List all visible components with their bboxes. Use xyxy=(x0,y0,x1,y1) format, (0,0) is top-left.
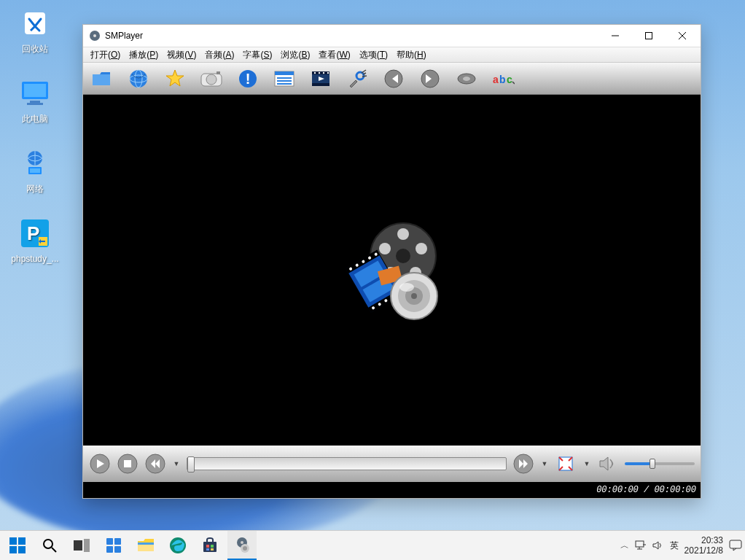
rewind-menu[interactable]: ▼ xyxy=(172,453,181,475)
svg-rect-76 xyxy=(124,460,131,467)
file-explorer-button[interactable] xyxy=(131,531,160,560)
start-button[interactable] xyxy=(3,531,32,560)
svg-text:b: b xyxy=(499,74,506,85)
tray-overflow-icon[interactable]: ︿ xyxy=(620,540,629,552)
play-button[interactable] xyxy=(89,453,111,475)
svg-text:a: a xyxy=(493,74,499,85)
smplayer-app-icon xyxy=(89,30,101,42)
svg-rect-99 xyxy=(211,548,214,551)
fullscreen-button[interactable] xyxy=(555,453,577,475)
smplayer-window: SMPlayer 打开(O) 播放(P) 视频(V) 音频(A) 字幕(S) 浏… xyxy=(82,24,701,499)
svg-rect-108 xyxy=(730,540,741,548)
svg-rect-95 xyxy=(203,542,217,552)
mute-button[interactable] xyxy=(597,453,619,475)
titlebar[interactable]: SMPlayer xyxy=(83,25,701,47)
menu-video[interactable]: 视频(V) xyxy=(163,47,200,63)
date-text: 2021/12/8 xyxy=(684,545,723,556)
system-tray: ︿ 英 20:33 2021/12/8 xyxy=(620,535,745,556)
store-button[interactable] xyxy=(195,531,225,560)
menu-options[interactable]: 选项(T) xyxy=(355,47,392,63)
forward-button[interactable] xyxy=(512,453,534,475)
svg-rect-104 xyxy=(636,541,644,547)
tool-screenshot[interactable] xyxy=(198,66,225,92)
svg-point-35 xyxy=(319,71,320,73)
menu-browse[interactable]: 浏览(B) xyxy=(276,47,314,63)
notifications-button[interactable] xyxy=(729,540,742,551)
desktop-icon-this-pc[interactable]: 此电脑 xyxy=(7,76,63,124)
volume-thumb[interactable] xyxy=(650,459,655,469)
toolbar: ! abc xyxy=(83,63,701,95)
fullscreen-menu[interactable]: ▼ xyxy=(582,453,591,475)
search-button[interactable] xyxy=(35,531,64,560)
taskbar-smplayer[interactable] xyxy=(227,531,257,560)
tool-open-url[interactable] xyxy=(125,66,152,92)
forward-menu[interactable]: ▼ xyxy=(540,453,549,475)
svg-point-22 xyxy=(206,74,217,85)
svg-rect-82 xyxy=(9,546,17,553)
svg-rect-23 xyxy=(217,71,220,74)
svg-rect-89 xyxy=(114,538,121,545)
desktop-icon-label: 此电脑 xyxy=(7,114,63,124)
svg-point-48 xyxy=(397,228,409,240)
tool-preferences[interactable] xyxy=(344,66,370,92)
svg-rect-14 xyxy=(646,33,652,39)
smplayer-logo xyxy=(334,216,450,325)
desktop-icon-label: phpstudy_... xyxy=(7,254,63,264)
seek-thumb[interactable] xyxy=(187,456,195,472)
ime-indicator[interactable]: 英 xyxy=(670,540,679,552)
svg-point-34 xyxy=(314,71,316,73)
menu-subtitle[interactable]: 字幕(S) xyxy=(238,47,276,63)
network-tray-icon[interactable] xyxy=(635,540,647,551)
desktop-icon-recycle-bin[interactable]: 回收站 xyxy=(7,6,63,54)
menu-help[interactable]: 帮助(H) xyxy=(392,47,431,63)
minimize-button[interactable] xyxy=(598,25,632,47)
seek-bar[interactable] xyxy=(187,457,507,470)
edge-button[interactable] xyxy=(163,531,192,560)
recycle-bin-icon xyxy=(17,6,52,41)
task-view-button[interactable] xyxy=(67,531,96,560)
tool-next[interactable] xyxy=(417,66,443,92)
menu-audio[interactable]: 音频(A) xyxy=(200,47,238,63)
rewind-button[interactable] xyxy=(144,453,166,475)
svg-rect-90 xyxy=(106,546,113,553)
svg-rect-4 xyxy=(27,103,43,105)
svg-rect-3 xyxy=(30,101,40,103)
menu-play[interactable]: 播放(P) xyxy=(125,47,163,63)
svg-rect-0 xyxy=(25,12,45,34)
sound-tray-icon[interactable] xyxy=(652,540,664,551)
svg-point-101 xyxy=(241,541,243,544)
menu-open[interactable]: 打开(O) xyxy=(86,47,125,63)
svg-rect-88 xyxy=(106,538,113,545)
desktop-icon-network[interactable]: 网络 xyxy=(7,146,63,194)
svg-rect-80 xyxy=(9,537,17,545)
svg-rect-93 xyxy=(138,542,154,545)
svg-point-18 xyxy=(130,70,147,88)
svg-rect-91 xyxy=(114,546,121,553)
tool-playlist[interactable] xyxy=(271,66,297,92)
video-area[interactable] xyxy=(83,95,701,446)
tool-video-settings[interactable] xyxy=(308,66,334,92)
volume-slider[interactable] xyxy=(625,459,695,469)
svg-point-38 xyxy=(356,72,364,79)
desktop-icon-label: 回收站 xyxy=(7,44,63,54)
svg-text:P: P xyxy=(27,222,39,244)
tool-repeat[interactable] xyxy=(453,66,480,92)
tool-favorites[interactable] xyxy=(162,66,188,92)
svg-point-52 xyxy=(379,243,391,254)
tool-open-file[interactable] xyxy=(89,66,115,92)
menu-view[interactable]: 查看(W) xyxy=(314,47,354,63)
taskbar: ︿ 英 20:33 2021/12/8 xyxy=(0,530,745,560)
clock[interactable]: 20:33 2021/12/8 xyxy=(684,535,723,556)
svg-point-47 xyxy=(396,249,410,263)
stop-button[interactable] xyxy=(117,453,139,475)
desktop-icon-phpstudy[interactable]: P phpstudy_... xyxy=(7,216,63,264)
tool-info[interactable]: ! xyxy=(235,66,261,92)
close-button[interactable] xyxy=(666,25,699,47)
svg-rect-33 xyxy=(312,83,329,86)
maximize-button[interactable] xyxy=(632,25,666,47)
tool-subtitle-search[interactable]: abc xyxy=(490,66,516,92)
widgets-button[interactable] xyxy=(99,531,128,560)
tool-previous[interactable] xyxy=(381,66,407,92)
time-display: 00:00:00 / 00:00:00 xyxy=(596,485,696,495)
svg-point-12 xyxy=(93,34,96,37)
